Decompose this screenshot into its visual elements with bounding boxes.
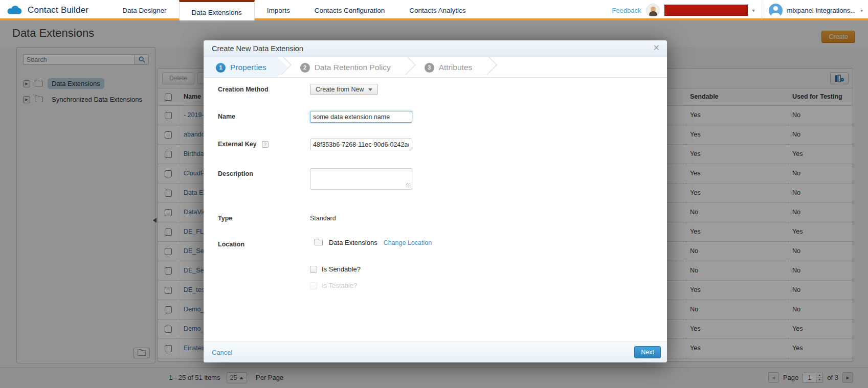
step-number-badge: 1 <box>216 63 226 73</box>
is-sendable-checkbox[interactable] <box>310 266 317 273</box>
tab-imports[interactable]: Imports <box>255 0 302 20</box>
einstein-avatar[interactable] <box>646 4 660 17</box>
feedback-link[interactable]: Feedback <box>612 7 641 14</box>
cloud-logo-icon <box>7 5 23 16</box>
modal-title: Create New Data Extension <box>212 44 303 53</box>
is-sendable-label: Is Sendable? <box>322 265 361 273</box>
next-button[interactable]: Next <box>634 346 661 358</box>
caret-down-icon <box>368 88 372 91</box>
is-testable-label: Is Testable? <box>322 282 357 289</box>
app-title: Contact Builder <box>28 5 88 15</box>
tab-contacts-configuration[interactable]: Contacts Configuration <box>302 0 397 20</box>
step-label: Attributes <box>439 63 472 72</box>
top-nav: Contact Builder Data Designer Data Exten… <box>0 0 868 20</box>
modal-footer: Cancel Next <box>204 341 667 362</box>
description-row: Description <box>218 168 657 190</box>
type-label: Type <box>218 213 310 222</box>
is-testable-checkbox <box>310 282 317 289</box>
caret-down-icon[interactable]: ▾ <box>860 8 863 13</box>
creation-method-label: Creation Method <box>218 84 310 93</box>
step-number-badge: 3 <box>425 63 434 73</box>
description-label: Description <box>218 168 310 177</box>
screen: Contact Builder Data Designer Data Exten… <box>0 0 868 388</box>
caret-down-icon[interactable]: ▾ <box>752 8 755 13</box>
creation-method-dropdown[interactable]: Create from New <box>310 84 378 95</box>
is-sendable-row: Is Sendable? <box>218 265 657 273</box>
type-row: Type Standard <box>218 213 657 222</box>
step-attributes[interactable]: 3 Attributes <box>412 57 494 78</box>
folder-icon <box>315 240 323 245</box>
step-number-badge: 2 <box>300 63 310 73</box>
step-label: Data Retention Policy <box>315 63 391 72</box>
external-key-row: External Key ? <box>218 139 657 150</box>
tab-data-extensions[interactable]: Data Extensions <box>179 0 255 22</box>
redacted-account-box <box>664 5 748 16</box>
step-properties[interactable]: 1 Properties <box>204 57 288 78</box>
is-testable-row: Is Testable? <box>218 282 657 289</box>
external-key-input[interactable] <box>310 139 412 150</box>
nav-divider <box>762 1 762 19</box>
wizard-steps: 1 Properties 2 Data Retention Policy 3 A… <box>204 57 667 78</box>
close-icon[interactable]: ✕ <box>653 44 660 52</box>
modal-header: Create New Data Extension ✕ <box>204 40 667 57</box>
tab-data-designer[interactable]: Data Designer <box>110 0 179 20</box>
cancel-button[interactable]: Cancel <box>212 349 232 356</box>
nav-tabs: Data Designer Data Extensions Imports Co… <box>110 0 478 20</box>
location-value: Data Extensions <box>329 239 377 246</box>
step-label: Properties <box>230 63 266 72</box>
description-textarea[interactable] <box>310 168 412 190</box>
type-value: Standard <box>310 213 336 222</box>
name-input[interactable] <box>310 111 412 123</box>
account-name[interactable]: mixpanel-integrations... <box>787 7 856 14</box>
help-question-icon[interactable]: ? <box>262 141 269 148</box>
name-row: Name <box>218 111 657 123</box>
location-row: Location Data Extensions Change Location <box>218 239 657 248</box>
location-label: Location <box>218 239 310 248</box>
create-data-extension-modal: Create New Data Extension ✕ 1 Properties… <box>204 40 667 362</box>
creation-method-row: Creation Method Create from New <box>218 84 657 95</box>
name-label: Name <box>218 111 310 120</box>
user-avatar-icon <box>769 4 783 17</box>
resize-grip-icon[interactable] <box>406 183 411 188</box>
change-location-link[interactable]: Change Location <box>384 239 432 246</box>
step-data-retention-policy[interactable]: 2 Data Retention Policy <box>288 57 412 78</box>
tab-contacts-analytics[interactable]: Contacts Analytics <box>397 0 478 20</box>
modal-body: Creation Method Create from New Name Ext… <box>204 78 667 341</box>
creation-method-value: Create from New <box>316 86 364 93</box>
external-key-label: External Key <box>218 141 257 148</box>
